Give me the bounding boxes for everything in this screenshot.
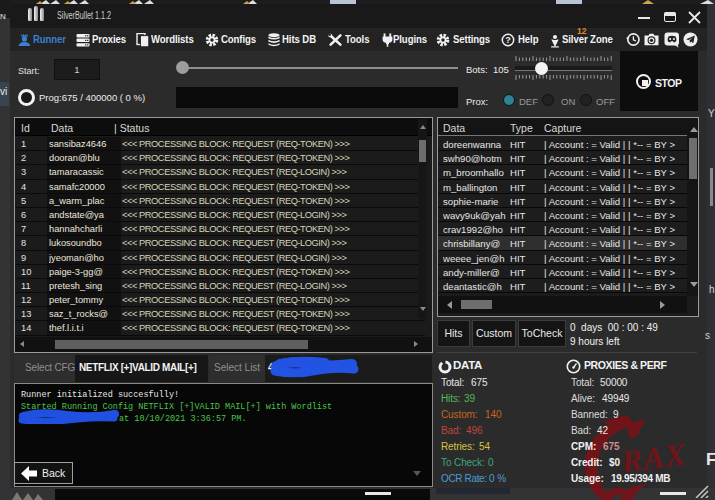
svg-text:?: ? bbox=[505, 35, 511, 45]
